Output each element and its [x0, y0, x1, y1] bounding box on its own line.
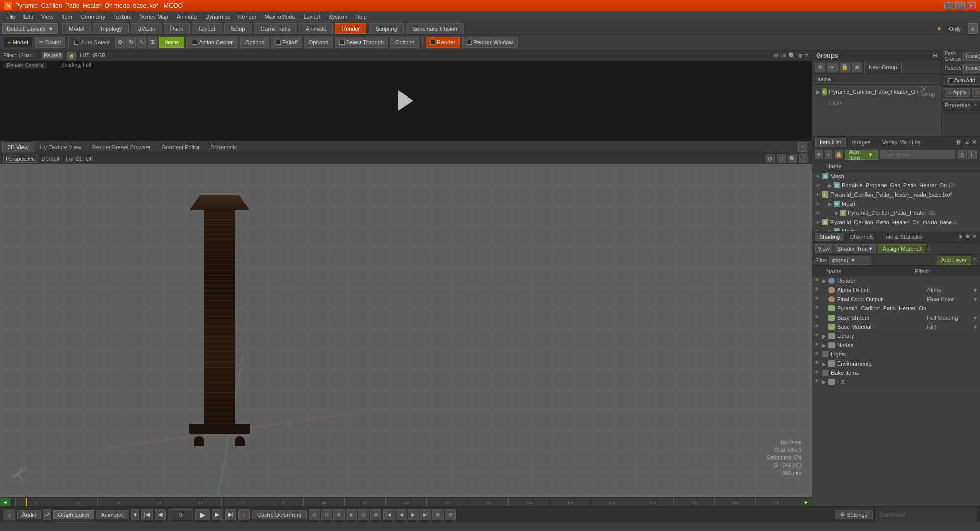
command-input-area[interactable]: Command: [875, 507, 977, 522]
select-icon[interactable]: ⊞: [148, 37, 157, 48]
shader-eye-icon[interactable]: 👁: [814, 296, 821, 303]
assign-material-button[interactable]: Assign Material: [878, 244, 925, 253]
view-tab-schematic[interactable]: Schematic: [205, 142, 242, 152]
view-dropdown[interactable]: View: [815, 244, 832, 253]
shading-expand-button[interactable]: ⊞ ≡ ✕: [958, 233, 977, 240]
close-button[interactable]: ✕: [967, 2, 976, 9]
options-button-1[interactable]: Options: [240, 37, 269, 48]
menu-item-file[interactable]: File: [2, 11, 19, 22]
list-item[interactable]: 👁SPyramid_Carillon_Patio_Heater_On_modo_…: [812, 218, 980, 227]
shader-eye-icon[interactable]: 👁: [814, 360, 821, 367]
view-tab-3d-view[interactable]: 3D View: [2, 142, 34, 152]
auto-select-check[interactable]: Auto Select: [72, 39, 111, 45]
item-eye-icon[interactable]: 👁: [814, 209, 821, 216]
timeline-ruler[interactable]: 0122436486072849610812013214415616818019…: [10, 498, 801, 506]
viewport-more-icon[interactable]: ≡: [799, 154, 808, 163]
layout-tab-animate[interactable]: Animate: [299, 23, 333, 34]
more-icon[interactable]: ≡: [805, 52, 808, 59]
timeline-end-button[interactable]: ►: [801, 498, 812, 507]
audio-button[interactable]: Audio: [17, 510, 41, 519]
layout-tab-model[interactable]: Model: [62, 23, 91, 34]
falloff-button[interactable]: Falloff: [271, 37, 302, 48]
status-icon-5[interactable]: ◎: [358, 509, 369, 520]
shading-row[interactable]: 👁Base ShaderFull Shading▼: [812, 313, 980, 322]
play-button[interactable]: ▶: [195, 509, 210, 520]
menu-item-geometry[interactable]: Geometry: [77, 11, 109, 22]
list-item[interactable]: 👁▶MPortable_Propane_Gas_Patio_Heater_On(…: [812, 181, 980, 190]
shading-row[interactable]: 👁▶Render: [812, 276, 980, 285]
transport-next-button[interactable]: ▶: [212, 509, 223, 520]
status-icon-7[interactable]: |◀: [383, 509, 395, 520]
shading-row[interactable]: 👁Final Color OutputFinal Color▼: [812, 295, 980, 304]
shading-tab[interactable]: Shading: [815, 233, 844, 241]
menu-item-vertex-map[interactable]: Vertex Map: [136, 11, 173, 22]
settings-button[interactable]: ⚙ Settings: [835, 510, 873, 519]
transport-end-button[interactable]: ▶|: [225, 509, 236, 520]
pass-groups-dropdown[interactable]: (none): [963, 52, 980, 61]
item-lock-button[interactable]: 🔒: [835, 150, 843, 159]
shading-row[interactable]: 👁Alpha OutputAlpha▼: [812, 285, 980, 295]
list-item[interactable]: 👁▶MMesh: [812, 199, 980, 208]
passes-dropdown[interactable]: (none): [963, 64, 980, 73]
status-icon-10[interactable]: ▶|: [420, 509, 431, 520]
vertex-map-list-tab[interactable]: Vertex Map List: [877, 138, 925, 147]
status-icon-4[interactable]: ◈: [346, 509, 357, 520]
item-add-button[interactable]: +: [825, 150, 832, 159]
minimize-button[interactable]: _: [944, 2, 953, 9]
item-eye-icon[interactable]: 👁: [814, 173, 821, 180]
status-icon-2[interactable]: ⊙: [321, 509, 332, 520]
shading-row[interactable]: 👁▶Nodes: [812, 341, 980, 350]
group-item[interactable]: ▶ G Pyramid_Carillon_Patio_Heater_On (3)…: [812, 85, 941, 99]
action-center-button[interactable]: Action Center: [186, 37, 238, 48]
item-eye-icon[interactable]: 👁: [814, 191, 821, 198]
layout-tab-schematic-fusion[interactable]: Schematic Fusion: [406, 23, 463, 34]
menu-item-dynamics[interactable]: Dynamics: [201, 11, 234, 22]
layout-tab-uvedit[interactable]: UVEdit: [131, 23, 161, 34]
transport-start-button[interactable]: |◀: [141, 509, 153, 520]
shading-row[interactable]: 👁Pyramid_Carillon_Patio_Heater_On: [812, 304, 980, 313]
scale-icon[interactable]: ⤡: [137, 37, 146, 48]
options-button-2[interactable]: Options: [304, 37, 333, 48]
status-icon-1[interactable]: ◎: [309, 509, 320, 520]
shading-row[interactable]: 👁▶Library: [812, 331, 980, 341]
shader-eye-icon[interactable]: 👁: [814, 305, 821, 312]
shader-eye-icon[interactable]: 👁: [814, 351, 821, 358]
shading-row[interactable]: 👁▶Environments: [812, 359, 980, 368]
refresh-icon[interactable]: ↺: [781, 52, 786, 59]
list-item[interactable]: 👁▶MMesh: [812, 227, 980, 231]
menu-item-layout[interactable]: Layout: [299, 11, 324, 22]
render-button[interactable]: Render: [426, 37, 460, 48]
select-through-button[interactable]: Select Through: [335, 37, 388, 48]
graph-editor-button[interactable]: Graph Editor: [53, 510, 94, 519]
menu-item-render[interactable]: Render: [234, 11, 260, 22]
layout-tab-paint[interactable]: Paint: [164, 23, 190, 34]
list-item[interactable]: 👁MMesh: [812, 172, 980, 181]
layout-tab-render[interactable]: Render: [335, 23, 366, 34]
info-statistics-tab[interactable]: Info & Statistics: [880, 233, 927, 241]
status-icon-12[interactable]: ⊟: [445, 509, 456, 520]
groups-add-button[interactable]: +: [827, 63, 838, 72]
layout-dropdown[interactable]: Default Layouts ▼: [2, 23, 58, 34]
plus-button[interactable]: +: [968, 23, 978, 34]
groups-eye-button[interactable]: 👁: [815, 63, 825, 72]
transport-prev-button[interactable]: ◀: [155, 509, 166, 520]
shading-row[interactable]: 👁Bake Items: [812, 368, 980, 377]
zoom-icon[interactable]: ⊕: [798, 52, 803, 59]
status-icon-6[interactable]: ⊗: [370, 509, 381, 520]
animated-button[interactable]: Animated: [96, 510, 129, 519]
layout-tab-setup[interactable]: Setup: [224, 23, 252, 34]
status-icon-9[interactable]: ▶: [408, 509, 419, 520]
images-tab[interactable]: Images: [848, 138, 875, 147]
sculpt-mode-button[interactable]: ✏ Sculpt: [35, 37, 66, 48]
new-group-button[interactable]: New Group: [864, 62, 902, 73]
shader-eye-icon[interactable]: 👁: [814, 286, 821, 294]
filter-items-input[interactable]: [880, 150, 955, 159]
viewport-refresh-icon[interactable]: ↺: [777, 154, 786, 163]
add-item-button[interactable]: Add Item ▼: [845, 150, 878, 160]
shader-eye-icon[interactable]: 👁: [814, 369, 821, 376]
status-icon-3[interactable]: ⊕: [333, 509, 345, 520]
menu-item-animate[interactable]: Animate: [173, 11, 201, 22]
item-eye-icon[interactable]: 👁: [814, 228, 821, 231]
shader-eye-icon[interactable]: 👁: [814, 332, 821, 340]
item-eye-icon[interactable]: 👁: [814, 200, 821, 207]
